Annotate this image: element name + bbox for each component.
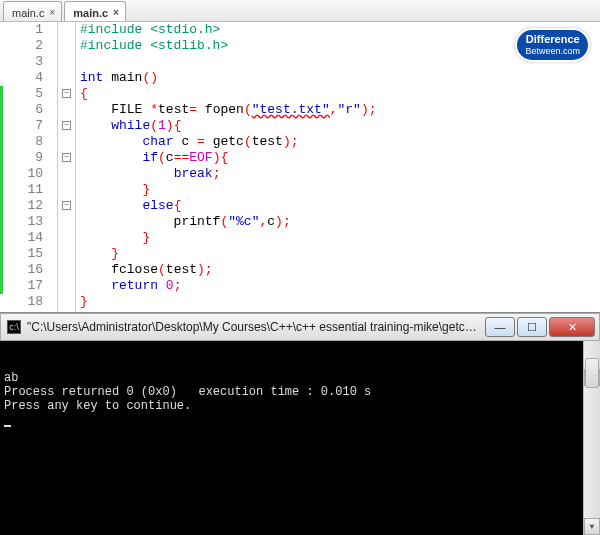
line-number: 13: [0, 214, 55, 230]
cmd-icon: c:\: [7, 320, 21, 334]
watermark-badge: Difference Between.com: [515, 28, 590, 62]
code-line[interactable]: }: [80, 182, 600, 198]
fold-column: −−−−: [58, 22, 76, 312]
console-window: c:\ "C:\Users\Administrator\Desktop\My C…: [0, 312, 600, 535]
line-number: 11: [0, 182, 55, 198]
scroll-down-arrow[interactable]: ▼: [584, 518, 600, 535]
minimize-icon: —: [495, 321, 506, 333]
code-line[interactable]: break;: [80, 166, 600, 182]
code-line[interactable]: int main(): [80, 70, 600, 86]
code-line[interactable]: return 0;: [80, 278, 600, 294]
tab-label: main.c: [73, 7, 108, 19]
line-number: 15: [0, 246, 55, 262]
code-line[interactable]: else{: [80, 198, 600, 214]
maximize-icon: ☐: [527, 321, 537, 334]
fold-toggle-icon[interactable]: −: [62, 153, 71, 162]
line-number: 5: [0, 86, 55, 102]
line-number: 4: [0, 70, 55, 86]
line-number: 12: [0, 198, 55, 214]
code-line[interactable]: fclose(test);: [80, 262, 600, 278]
line-number: 1: [0, 22, 55, 38]
console-line: ab: [4, 371, 596, 385]
window-buttons: — ☐ ✕: [483, 317, 595, 337]
badge-line2: Between.com: [525, 45, 580, 57]
line-number: 9: [0, 150, 55, 166]
line-number: 18: [0, 294, 55, 310]
scroll-thumb[interactable]: [585, 358, 599, 388]
code-editor: 123456789101112131415161718 −−−− #includ…: [0, 22, 600, 312]
console-titlebar[interactable]: c:\ "C:\Users\Administrator\Desktop\My C…: [0, 313, 600, 341]
code-line[interactable]: printf("%c",c);: [80, 214, 600, 230]
tab-label: main.c: [12, 7, 44, 19]
console-line: Press any key to continue.: [4, 399, 596, 413]
console-line: [4, 413, 596, 427]
line-number: 2: [0, 38, 55, 54]
scroll-track[interactable]: [584, 358, 600, 518]
tab-0[interactable]: main.c×: [3, 1, 62, 21]
line-number: 14: [0, 230, 55, 246]
code-line[interactable]: FILE *test= fopen("test.txt","r");: [80, 102, 600, 118]
console-output[interactable]: abProcess returned 0 (0x0) execution tim…: [0, 341, 600, 535]
fold-toggle-icon[interactable]: −: [62, 89, 71, 98]
close-button[interactable]: ✕: [549, 317, 595, 337]
line-number: 10: [0, 166, 55, 182]
code-line[interactable]: while(1){: [80, 118, 600, 134]
cursor: [4, 425, 11, 427]
code-line[interactable]: if(c==EOF){: [80, 150, 600, 166]
code-area[interactable]: #include <stdio.h>#include <stdlib.h>int…: [76, 22, 600, 312]
minimize-button[interactable]: —: [485, 317, 515, 337]
code-line[interactable]: }: [80, 294, 600, 310]
line-number: 7: [0, 118, 55, 134]
line-number: 17: [0, 278, 55, 294]
code-line[interactable]: char c = getc(test);: [80, 134, 600, 150]
console-title: "C:\Users\Administrator\Desktop\My Cours…: [27, 320, 483, 334]
line-number: 16: [0, 262, 55, 278]
tab-1[interactable]: main.c×: [64, 1, 126, 21]
maximize-button[interactable]: ☐: [517, 317, 547, 337]
line-number-gutter: 123456789101112131415161718: [0, 22, 58, 312]
badge-line1: Difference: [526, 33, 580, 45]
code-line[interactable]: }: [80, 230, 600, 246]
code-line[interactable]: }: [80, 246, 600, 262]
tab-close-icon[interactable]: ×: [113, 7, 119, 18]
console-line: Process returned 0 (0x0) execution time …: [4, 385, 596, 399]
line-number: 8: [0, 134, 55, 150]
close-icon: ✕: [568, 321, 577, 334]
fold-toggle-icon[interactable]: −: [62, 201, 71, 210]
tab-bar: main.c×main.c×: [0, 0, 600, 22]
line-number: 6: [0, 102, 55, 118]
fold-toggle-icon[interactable]: −: [62, 121, 71, 130]
tab-close-icon[interactable]: ×: [49, 7, 55, 18]
code-line[interactable]: {: [80, 86, 600, 102]
scrollbar-vertical[interactable]: ▲ ▼: [583, 341, 600, 535]
line-number: 3: [0, 54, 55, 70]
